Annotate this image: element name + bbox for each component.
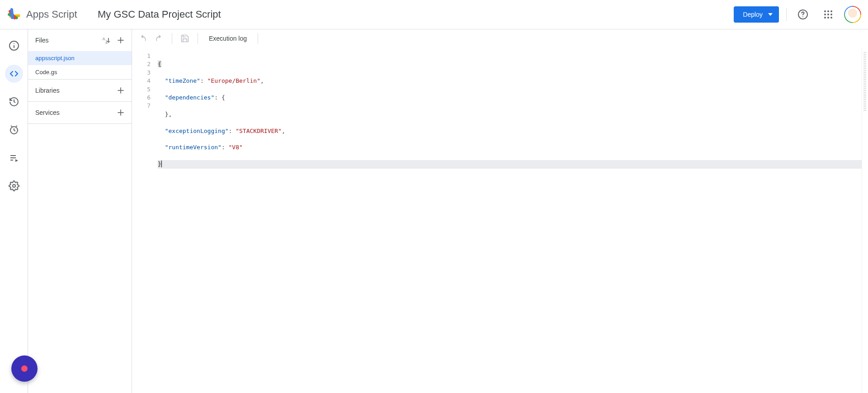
services-title: Services (35, 109, 60, 116)
header: Apps Script My GSC Data Project Script D… (0, 0, 868, 29)
tok: "runtimeVersion" (165, 144, 222, 151)
save-button[interactable] (178, 31, 192, 46)
tok: "V8" (229, 144, 243, 151)
tok: "STACKDRIVER" (236, 128, 282, 134)
logo-wrap: Apps Script (7, 7, 89, 22)
tok: : (200, 77, 208, 84)
tok: { (222, 94, 225, 101)
plus-icon (116, 108, 125, 117)
svg-point-24 (13, 185, 15, 187)
clock-icon (9, 124, 19, 135)
files-panel: Files AZ appsscript.json Code.gs Librari… (28, 29, 132, 393)
line-number: 7 (132, 102, 151, 110)
nav-triggers[interactable] (5, 121, 23, 139)
redo-icon (155, 34, 164, 43)
record-dot-icon (21, 365, 28, 372)
svg-point-12 (824, 17, 826, 19)
files-header: Files AZ (28, 29, 132, 51)
redo-button[interactable] (152, 31, 166, 46)
line-number: 5 (132, 85, 151, 94)
tok: "dependencies" (165, 94, 215, 101)
nav-overview[interactable] (5, 37, 23, 55)
files-title: Files (35, 37, 49, 44)
nav-rail (0, 29, 28, 393)
nav-history[interactable] (5, 93, 23, 111)
svg-line-20 (16, 126, 17, 127)
svg-point-14 (830, 17, 832, 19)
save-icon (180, 34, 189, 43)
divider (786, 8, 787, 21)
tok: "exceptionLogging" (165, 128, 229, 134)
nav-settings[interactable] (5, 177, 23, 195)
line-number: 2 (132, 60, 151, 68)
code-icon (9, 68, 19, 79)
deploy-button[interactable]: Deploy (734, 6, 779, 23)
apps-grid-icon (824, 10, 833, 19)
svg-point-10 (827, 14, 829, 15)
minimap[interactable] (862, 47, 868, 393)
tok: , (282, 128, 285, 134)
undo-button[interactable] (136, 31, 150, 46)
file-appsscript-json[interactable]: appsscript.json (28, 51, 132, 65)
tok: : (222, 144, 229, 151)
product-name: Apps Script (26, 9, 77, 20)
tok: "Europe/Berlin" (208, 77, 260, 84)
svg-point-5 (802, 16, 803, 17)
svg-point-13 (827, 17, 829, 19)
undo-icon (138, 34, 147, 43)
apps-script-logo-icon (7, 7, 23, 22)
nav-executions[interactable] (5, 149, 23, 167)
line-number: 3 (132, 69, 151, 77)
help-icon (797, 9, 808, 20)
line-number: 1 (132, 52, 151, 60)
add-library-button[interactable] (113, 83, 128, 98)
libraries-title: Libraries (35, 87, 60, 94)
svg-line-19 (11, 126, 12, 127)
tok: : (229, 128, 236, 134)
execution-log-button[interactable]: Execution log (203, 35, 252, 42)
line-number: 6 (132, 94, 151, 102)
sort-az-icon: AZ (102, 36, 111, 45)
code-editor[interactable]: 1 2 3 4 5 6 7 { "timeZone": "Europe/Berl… (132, 47, 868, 393)
nav-editor[interactable] (5, 65, 23, 83)
editor-area: Execution log 1 2 3 4 5 6 7 { "timeZone"… (132, 29, 868, 393)
svg-point-8 (830, 10, 832, 12)
tok: }, (165, 111, 172, 118)
svg-point-7 (827, 10, 829, 12)
svg-rect-30 (118, 90, 123, 91)
divider (198, 33, 198, 44)
gear-icon (9, 180, 19, 191)
svg-point-6 (824, 10, 826, 12)
account-avatar[interactable] (844, 6, 861, 23)
apps-button[interactable] (819, 5, 837, 24)
svg-rect-28 (118, 40, 123, 41)
divider (258, 33, 258, 44)
file-code-gs[interactable]: Code.gs (28, 65, 132, 79)
history-icon (9, 96, 19, 107)
add-file-button[interactable] (113, 33, 128, 47)
dropdown-icon (768, 13, 773, 16)
line-number: 4 (132, 77, 151, 85)
code-content[interactable]: { "timeZone": "Europe/Berlin", "dependen… (157, 47, 862, 393)
record-fab[interactable] (11, 355, 38, 382)
editor-toolbar: Execution log (132, 29, 868, 47)
deploy-label: Deploy (743, 11, 763, 18)
svg-text:Z: Z (105, 40, 108, 44)
divider (172, 33, 172, 44)
libraries-header: Libraries (28, 80, 132, 101)
add-service-button[interactable] (113, 105, 128, 120)
svg-rect-32 (118, 112, 123, 113)
svg-text:A: A (103, 37, 105, 41)
info-icon (9, 40, 19, 51)
project-title[interactable]: My GSC Data Project Script (98, 9, 734, 20)
tok: } (158, 161, 161, 167)
svg-point-9 (824, 14, 826, 15)
plus-icon (116, 86, 125, 95)
tok: "timeZone" (165, 77, 200, 84)
line-gutter: 1 2 3 4 5 6 7 (132, 47, 157, 393)
cursor (161, 161, 162, 167)
help-button[interactable] (794, 5, 812, 24)
tok: : (214, 94, 222, 101)
services-header: Services (28, 102, 132, 123)
sort-files-button[interactable]: AZ (99, 33, 113, 47)
